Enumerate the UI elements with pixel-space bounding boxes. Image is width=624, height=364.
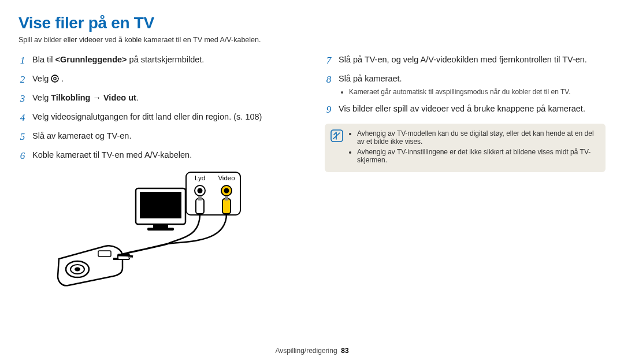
step-number: 3: [18, 92, 27, 106]
step-number: 8: [325, 73, 333, 98]
settings-icon: [51, 75, 59, 83]
step-text: Slå på TV-en, og velg A/V-videokilden me…: [339, 54, 587, 68]
step-number: 5: [18, 131, 27, 144]
step-sub-item: Kameraet går automatisk til avspillingsm…: [349, 87, 571, 96]
step-number: 6: [18, 150, 27, 163]
step-text: Slå av kameraet og TV-en.: [32, 131, 131, 144]
step-item: 8Slå på kameraet.Kameraet går automatisk…: [325, 73, 606, 98]
step-text: Bla til <Grunnleggende> på startskjermbi…: [32, 54, 204, 68]
step-item: 1Bla til <Grunnleggende> på startskjermb…: [18, 54, 299, 68]
step-number: 7: [325, 54, 333, 68]
note-item: Avhengig av TV-innstillingene er det ikk…: [357, 148, 597, 164]
note-item: Avhengig av TV-modellen kan du se digita…: [357, 129, 597, 146]
svg-rect-16: [222, 199, 231, 214]
connection-diagram: Lyd Video: [35, 169, 299, 296]
step-item: 4Velg videosignalutgangen for ditt land …: [18, 112, 299, 125]
step-text: Velg .: [32, 73, 64, 87]
steps-left: 1Bla til <Grunnleggende> på startskjermb…: [18, 54, 299, 163]
step-text: Slå på kameraet.Kameraet går automatisk …: [339, 73, 571, 98]
step-number: 1: [18, 54, 27, 68]
camera-illustration: [58, 246, 133, 285]
step-item: 2Velg .: [18, 73, 299, 87]
svg-point-25: [75, 267, 80, 271]
svg-point-1: [54, 77, 56, 80]
page-footer: Avspilling/redigering 83: [18, 347, 606, 355]
tv-illustration: [136, 188, 185, 231]
svg-point-14: [224, 188, 229, 193]
step-sub-list: Kameraet går automatisk til avspillingsm…: [349, 87, 571, 96]
step-text: Velg videosignalutgangen for ditt land e…: [32, 112, 262, 125]
note-list: Avhengig av TV-modellen kan du se digita…: [357, 129, 597, 166]
step-item: 3Velg Tilkobling→Video ut.: [18, 92, 299, 106]
step-text: Velg Tilkobling→Video ut.: [32, 92, 139, 106]
page-subtitle: Spill av bilder eller videoer ved å kobl…: [18, 36, 606, 44]
note-box: Avhengig av TV-modellen kan du se digita…: [325, 124, 606, 172]
svg-rect-22: [147, 228, 174, 231]
svg-line-9: [53, 80, 53, 81]
step-number: 2: [18, 73, 27, 87]
step-item: 5Slå av kameraet og TV-en.: [18, 131, 299, 144]
diagram-audio-label: Lyd: [195, 174, 205, 181]
step-number: 9: [325, 103, 333, 117]
page-title: Vise filer på en TV: [18, 14, 606, 32]
diagram-video-label: Video: [218, 174, 235, 181]
svg-rect-20: [140, 192, 181, 218]
svg-point-12: [198, 188, 203, 193]
svg-rect-15: [196, 199, 204, 214]
note-info-icon: [330, 129, 343, 142]
svg-rect-17: [198, 196, 202, 200]
step-text: Koble kameraet til TV-en med A/V-kabelen…: [32, 150, 192, 163]
steps-right: 7Slå på TV-en, og velg A/V-videokilden m…: [325, 54, 606, 117]
footer-page-number: 83: [341, 347, 348, 355]
step-number: 4: [18, 112, 27, 125]
svg-rect-26: [98, 251, 111, 257]
footer-section: Avspilling/redigering: [275, 347, 337, 355]
svg-line-6: [53, 76, 53, 76]
svg-rect-18: [225, 196, 228, 200]
svg-line-7: [57, 80, 58, 81]
svg-line-8: [57, 76, 58, 76]
step-item: 6Koble kameraet til TV-en med A/V-kabele…: [18, 150, 299, 163]
step-item: 7Slå på TV-en, og velg A/V-videokilden m…: [325, 54, 606, 68]
step-text: Vis bilder eller spill av videoer ved å …: [339, 103, 585, 117]
svg-rect-21: [153, 224, 168, 228]
step-item: 9Vis bilder eller spill av videoer ved å…: [325, 103, 606, 117]
